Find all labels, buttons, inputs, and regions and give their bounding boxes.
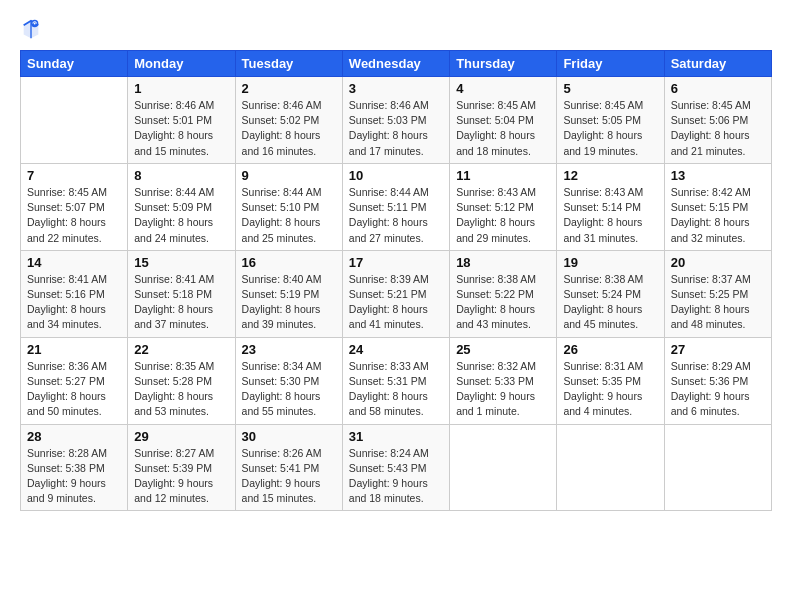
calendar-week-2: 14Sunrise: 8:41 AM Sunset: 5:16 PM Dayli… <box>21 250 772 337</box>
day-info: Sunrise: 8:44 AM Sunset: 5:11 PM Dayligh… <box>349 185 443 246</box>
calendar-cell: 4Sunrise: 8:45 AM Sunset: 5:04 PM Daylig… <box>450 77 557 164</box>
day-number: 26 <box>563 342 657 357</box>
day-info: Sunrise: 8:29 AM Sunset: 5:36 PM Dayligh… <box>671 359 765 420</box>
day-info: Sunrise: 8:41 AM Sunset: 5:18 PM Dayligh… <box>134 272 228 333</box>
day-number: 5 <box>563 81 657 96</box>
day-info: Sunrise: 8:38 AM Sunset: 5:22 PM Dayligh… <box>456 272 550 333</box>
calendar-cell: 13Sunrise: 8:42 AM Sunset: 5:15 PM Dayli… <box>664 163 771 250</box>
svg-point-1 <box>34 23 36 25</box>
day-info: Sunrise: 8:43 AM Sunset: 5:12 PM Dayligh… <box>456 185 550 246</box>
calendar-cell <box>21 77 128 164</box>
day-info: Sunrise: 8:34 AM Sunset: 5:30 PM Dayligh… <box>242 359 336 420</box>
day-info: Sunrise: 8:41 AM Sunset: 5:16 PM Dayligh… <box>27 272 121 333</box>
day-info: Sunrise: 8:27 AM Sunset: 5:39 PM Dayligh… <box>134 446 228 507</box>
day-info: Sunrise: 8:38 AM Sunset: 5:24 PM Dayligh… <box>563 272 657 333</box>
col-thursday: Thursday <box>450 51 557 77</box>
calendar-cell: 6Sunrise: 8:45 AM Sunset: 5:06 PM Daylig… <box>664 77 771 164</box>
calendar-cell: 11Sunrise: 8:43 AM Sunset: 5:12 PM Dayli… <box>450 163 557 250</box>
logo <box>20 18 46 40</box>
calendar-cell: 1Sunrise: 8:46 AM Sunset: 5:01 PM Daylig… <box>128 77 235 164</box>
calendar-week-3: 21Sunrise: 8:36 AM Sunset: 5:27 PM Dayli… <box>21 337 772 424</box>
calendar-cell: 15Sunrise: 8:41 AM Sunset: 5:18 PM Dayli… <box>128 250 235 337</box>
day-number: 23 <box>242 342 336 357</box>
calendar-week-0: 1Sunrise: 8:46 AM Sunset: 5:01 PM Daylig… <box>21 77 772 164</box>
calendar-cell <box>450 424 557 511</box>
calendar-cell <box>664 424 771 511</box>
day-info: Sunrise: 8:37 AM Sunset: 5:25 PM Dayligh… <box>671 272 765 333</box>
day-number: 25 <box>456 342 550 357</box>
calendar-cell: 12Sunrise: 8:43 AM Sunset: 5:14 PM Dayli… <box>557 163 664 250</box>
day-info: Sunrise: 8:46 AM Sunset: 5:02 PM Dayligh… <box>242 98 336 159</box>
day-info: Sunrise: 8:44 AM Sunset: 5:10 PM Dayligh… <box>242 185 336 246</box>
header <box>20 18 772 40</box>
col-monday: Monday <box>128 51 235 77</box>
logo-icon <box>20 18 42 40</box>
day-info: Sunrise: 8:32 AM Sunset: 5:33 PM Dayligh… <box>456 359 550 420</box>
calendar-cell: 21Sunrise: 8:36 AM Sunset: 5:27 PM Dayli… <box>21 337 128 424</box>
calendar-cell: 26Sunrise: 8:31 AM Sunset: 5:35 PM Dayli… <box>557 337 664 424</box>
day-number: 30 <box>242 429 336 444</box>
day-number: 15 <box>134 255 228 270</box>
col-sunday: Sunday <box>21 51 128 77</box>
day-number: 27 <box>671 342 765 357</box>
day-number: 8 <box>134 168 228 183</box>
calendar-cell: 27Sunrise: 8:29 AM Sunset: 5:36 PM Dayli… <box>664 337 771 424</box>
day-number: 16 <box>242 255 336 270</box>
day-info: Sunrise: 8:39 AM Sunset: 5:21 PM Dayligh… <box>349 272 443 333</box>
day-number: 7 <box>27 168 121 183</box>
calendar-table: Sunday Monday Tuesday Wednesday Thursday… <box>20 50 772 511</box>
calendar-cell: 2Sunrise: 8:46 AM Sunset: 5:02 PM Daylig… <box>235 77 342 164</box>
calendar-cell: 20Sunrise: 8:37 AM Sunset: 5:25 PM Dayli… <box>664 250 771 337</box>
calendar-cell: 23Sunrise: 8:34 AM Sunset: 5:30 PM Dayli… <box>235 337 342 424</box>
day-number: 13 <box>671 168 765 183</box>
day-number: 14 <box>27 255 121 270</box>
day-info: Sunrise: 8:31 AM Sunset: 5:35 PM Dayligh… <box>563 359 657 420</box>
col-friday: Friday <box>557 51 664 77</box>
day-number: 17 <box>349 255 443 270</box>
day-number: 2 <box>242 81 336 96</box>
day-number: 1 <box>134 81 228 96</box>
day-info: Sunrise: 8:33 AM Sunset: 5:31 PM Dayligh… <box>349 359 443 420</box>
day-number: 4 <box>456 81 550 96</box>
day-info: Sunrise: 8:42 AM Sunset: 5:15 PM Dayligh… <box>671 185 765 246</box>
day-number: 6 <box>671 81 765 96</box>
day-info: Sunrise: 8:45 AM Sunset: 5:06 PM Dayligh… <box>671 98 765 159</box>
day-info: Sunrise: 8:43 AM Sunset: 5:14 PM Dayligh… <box>563 185 657 246</box>
day-info: Sunrise: 8:40 AM Sunset: 5:19 PM Dayligh… <box>242 272 336 333</box>
calendar-cell: 5Sunrise: 8:45 AM Sunset: 5:05 PM Daylig… <box>557 77 664 164</box>
day-info: Sunrise: 8:44 AM Sunset: 5:09 PM Dayligh… <box>134 185 228 246</box>
day-number: 21 <box>27 342 121 357</box>
calendar-cell: 14Sunrise: 8:41 AM Sunset: 5:16 PM Dayli… <box>21 250 128 337</box>
calendar-cell: 7Sunrise: 8:45 AM Sunset: 5:07 PM Daylig… <box>21 163 128 250</box>
day-number: 29 <box>134 429 228 444</box>
day-number: 19 <box>563 255 657 270</box>
day-info: Sunrise: 8:46 AM Sunset: 5:01 PM Dayligh… <box>134 98 228 159</box>
calendar-cell: 3Sunrise: 8:46 AM Sunset: 5:03 PM Daylig… <box>342 77 449 164</box>
day-number: 11 <box>456 168 550 183</box>
calendar-cell: 22Sunrise: 8:35 AM Sunset: 5:28 PM Dayli… <box>128 337 235 424</box>
day-number: 24 <box>349 342 443 357</box>
col-saturday: Saturday <box>664 51 771 77</box>
day-info: Sunrise: 8:28 AM Sunset: 5:38 PM Dayligh… <box>27 446 121 507</box>
calendar-cell: 29Sunrise: 8:27 AM Sunset: 5:39 PM Dayli… <box>128 424 235 511</box>
calendar-cell: 16Sunrise: 8:40 AM Sunset: 5:19 PM Dayli… <box>235 250 342 337</box>
day-number: 9 <box>242 168 336 183</box>
calendar-cell <box>557 424 664 511</box>
page: Sunday Monday Tuesday Wednesday Thursday… <box>0 0 792 612</box>
day-number: 28 <box>27 429 121 444</box>
day-info: Sunrise: 8:45 AM Sunset: 5:04 PM Dayligh… <box>456 98 550 159</box>
day-info: Sunrise: 8:45 AM Sunset: 5:07 PM Dayligh… <box>27 185 121 246</box>
calendar-cell: 8Sunrise: 8:44 AM Sunset: 5:09 PM Daylig… <box>128 163 235 250</box>
calendar-cell: 30Sunrise: 8:26 AM Sunset: 5:41 PM Dayli… <box>235 424 342 511</box>
day-number: 22 <box>134 342 228 357</box>
calendar-cell: 28Sunrise: 8:28 AM Sunset: 5:38 PM Dayli… <box>21 424 128 511</box>
calendar-cell: 18Sunrise: 8:38 AM Sunset: 5:22 PM Dayli… <box>450 250 557 337</box>
calendar-cell: 17Sunrise: 8:39 AM Sunset: 5:21 PM Dayli… <box>342 250 449 337</box>
calendar-week-1: 7Sunrise: 8:45 AM Sunset: 5:07 PM Daylig… <box>21 163 772 250</box>
calendar-cell: 24Sunrise: 8:33 AM Sunset: 5:31 PM Dayli… <box>342 337 449 424</box>
day-number: 12 <box>563 168 657 183</box>
day-number: 3 <box>349 81 443 96</box>
day-info: Sunrise: 8:45 AM Sunset: 5:05 PM Dayligh… <box>563 98 657 159</box>
calendar-week-4: 28Sunrise: 8:28 AM Sunset: 5:38 PM Dayli… <box>21 424 772 511</box>
day-number: 10 <box>349 168 443 183</box>
